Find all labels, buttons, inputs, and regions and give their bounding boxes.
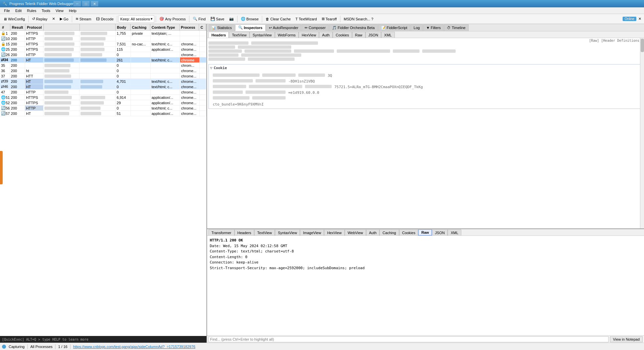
table-row[interactable]: 35 200 0 chrom...	[0, 63, 206, 68]
tab-fiddlerscript[interactable]: 📝 FiddlerScript	[378, 24, 411, 31]
toolbar-separator-6	[237, 16, 237, 22]
view-notepad-button[interactable]: View in Notepad	[610, 336, 643, 342]
menu-view[interactable]: View	[53, 8, 66, 13]
close-button[interactable]: ✕	[91, 1, 98, 6]
subtab-resp-json[interactable]: JSON	[432, 229, 448, 235]
decode-button[interactable]: ⟪⟫ Decode	[94, 15, 116, 23]
table-row[interactable]: 47 200 HTTP 0 chrome...	[0, 90, 206, 95]
textwizard-button[interactable]: T TextWizard	[293, 15, 319, 23]
col-protocol: Protocol	[25, 24, 44, 30]
keep-dropdown[interactable]: Keep: All sessions ▾	[119, 15, 154, 23]
menu-help[interactable]: Help	[66, 8, 79, 13]
table-row[interactable]: 🔄26 200 HTTP 0 chrome...	[0, 52, 206, 57]
toolbar-separator-7	[262, 16, 262, 22]
table-row[interactable]: ⇄39 200 HT 4,701 text/html; c... chrome.…	[0, 79, 206, 84]
table-row[interactable]: 🌐51 200 HTTPS 6,914 application/... chro…	[0, 95, 206, 100]
delete-button[interactable]: ✕	[50, 15, 57, 23]
cookie-value-1: 3Q	[328, 73, 332, 78]
subtab-syntaxview[interactable]: SyntaxView	[250, 32, 275, 38]
subtab-headers[interactable]: Headers	[208, 32, 229, 38]
tab-composer[interactable]: ✏ Composer	[302, 24, 329, 31]
menu-tools[interactable]: Tools	[39, 8, 53, 13]
table-row[interactable]: ⇄34 200 HT 261 text/html; c... chrome	[0, 57, 206, 63]
subtab-textview[interactable]: TextView	[229, 32, 250, 38]
menu-edit[interactable]: Edit	[13, 8, 24, 13]
app-icon: 🔧	[3, 2, 7, 6]
any-process-icon: 🎯	[159, 17, 164, 21]
subtab-resp-xml[interactable]: XML	[448, 229, 461, 235]
request-scrollbar[interactable]	[640, 38, 644, 228]
subtab-raw[interactable]: Raw	[352, 32, 365, 38]
browse-button[interactable]: 🌐 Browse	[239, 15, 261, 23]
row-icon: 🌐	[1, 95, 6, 100]
subtab-resp-auth[interactable]: Auth	[366, 229, 380, 235]
subtab-resp-textview[interactable]: TextView	[254, 229, 275, 235]
any-process-button[interactable]: 🎯 Any Process	[157, 15, 188, 23]
subtab-resp-headers[interactable]: Headers	[234, 229, 255, 235]
clear-cache-button[interactable]: 🗑 Clear Cache	[264, 15, 293, 23]
row-icon: 🔄	[1, 36, 6, 41]
response-line-6: Strict-Transport-Security: max-age=25920…	[210, 266, 641, 271]
autoresponder-icon: ↩	[269, 26, 272, 30]
tearoff-button[interactable]: ⊞ Tearoff	[320, 15, 339, 23]
find-icon: 🔍	[193, 17, 197, 21]
subtab-hexview-resp[interactable]: HexView	[324, 229, 344, 235]
col-result: Result	[10, 24, 25, 30]
tab-fiddler-orchestra[interactable]: 🎵 Fiddler Orchestra Beta	[329, 24, 378, 31]
table-row[interactable]: 🔄56 200 HTTP 0 text/html; c... chrome...	[0, 106, 206, 111]
tab-log[interactable]: Log	[411, 24, 423, 31]
tab-timeline[interactable]: ⏱ Timeline	[444, 24, 468, 31]
go-button[interactable]: ▶ Go	[58, 15, 70, 23]
subtab-transformer[interactable]: Transformer	[208, 229, 234, 235]
menu-rules[interactable]: Rules	[24, 8, 39, 13]
table-row[interactable]: 36 200 ht 0 chrome...	[0, 68, 206, 73]
cookie-section-header: ▽ Cookie	[210, 66, 641, 70]
subtab-webview[interactable]: WebView	[345, 229, 366, 235]
table-row[interactable]: 🔄57 200 HT 51 application/... chrome...	[0, 111, 206, 116]
msdn-icon: ?	[371, 17, 373, 21]
msdn-button[interactable]: MSDN Search... ?	[342, 15, 375, 23]
toolbar-separator-2	[72, 16, 72, 22]
table-row[interactable]: 🔒1 200 HTTPS 1,755 private text/plain; .…	[0, 31, 206, 36]
subtab-cookies[interactable]: Cookies	[333, 32, 352, 38]
screenshot-button[interactable]: 📷	[227, 15, 236, 23]
browse-icon: 🌐	[241, 17, 246, 21]
subtab-caching[interactable]: Caching	[379, 229, 399, 235]
subtab-raw-resp[interactable]: Raw	[418, 229, 432, 235]
tab-inspectors[interactable]: 🔍 Inspectors	[235, 24, 266, 31]
row-icon: 🔄	[1, 52, 6, 57]
subtab-hexview[interactable]: HexView	[299, 32, 319, 38]
subtab-auth[interactable]: Auth	[319, 32, 333, 38]
title-bar: 🔧 Progress Telerik Fiddler Web Debugger …	[0, 0, 644, 7]
save-button[interactable]: 💾 Save	[208, 15, 226, 23]
subtab-resp-cookies[interactable]: Cookies	[399, 229, 419, 235]
tab-autoresponder[interactable]: ↩ AutoResponder	[266, 24, 301, 31]
maximize-button[interactable]: □	[82, 1, 90, 6]
subtab-json[interactable]: JSON	[365, 32, 381, 38]
col-caching: Caching	[131, 24, 150, 30]
table-row[interactable]: 🌐25 200 HTTPS 115 application/... chrome…	[0, 47, 206, 52]
table-row[interactable]: 🌐52 200 HTTPS 29 application/... chrome.…	[0, 100, 206, 106]
subtab-webforms[interactable]: WebForms	[275, 32, 299, 38]
tab-statistics[interactable]: 📊 Statistics	[208, 24, 235, 31]
table-row[interactable]: 37 200 HTT 0 chrome...	[0, 73, 206, 79]
subtab-resp-syntaxview[interactable]: SyntaxView	[275, 229, 300, 235]
session-list: 🔒1 200 HTTPS 1,755 private text/plain; .…	[0, 31, 206, 336]
subtab-imageview[interactable]: ImageView	[300, 229, 324, 235]
table-row[interactable]: 🔒15 200 HTTPS 7,531 no-cac... text/html;…	[0, 41, 206, 47]
table-row[interactable]: 🔄10 200 HTTP	[0, 36, 206, 41]
find-input[interactable]	[208, 336, 609, 342]
minimize-button[interactable]: ─	[73, 1, 81, 6]
winconfig-button[interactable]: 🖥 WinConfig	[1, 15, 27, 23]
stream-button[interactable]: ≋ Stream	[73, 15, 93, 23]
replay-button[interactable]: ↺ Replay	[30, 15, 49, 23]
tab-filters[interactable]: ▼ Filters	[423, 24, 444, 31]
screenshot-icon: 📷	[229, 17, 234, 21]
find-button[interactable]: 🔍 Find	[191, 15, 207, 23]
response-line-1: HTTP/1.1 200 OK	[210, 238, 641, 243]
close-online-button[interactable]: ✕	[637, 15, 643, 23]
subtab-xml[interactable]: XML	[381, 32, 395, 38]
menu-bar: File Edit Rules Tools View Help	[0, 7, 644, 14]
menu-file[interactable]: File	[1, 8, 13, 13]
table-row[interactable]: ⇄46 200 HT 0 text/html; c... chrome...	[0, 84, 206, 90]
